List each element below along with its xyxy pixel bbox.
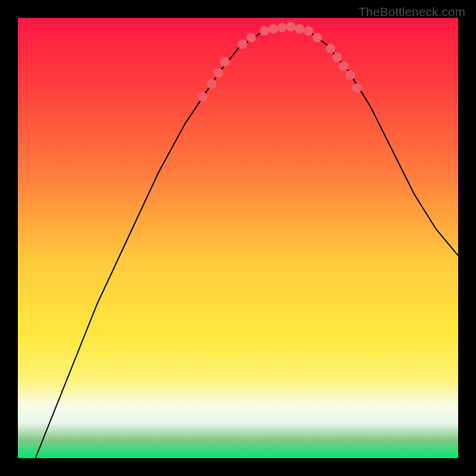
chart-container: TheBottleneck.com xyxy=(0,0,476,476)
highlight-dot xyxy=(346,70,355,80)
highlight-dot xyxy=(207,79,217,89)
chart-svg xyxy=(0,0,476,476)
highlight-dot xyxy=(237,39,247,49)
highlight-dot xyxy=(352,83,362,93)
highlight-dot xyxy=(312,33,322,42)
highlight-dot xyxy=(295,24,305,34)
highlight-dot xyxy=(259,26,269,36)
highlight-dot xyxy=(214,68,223,78)
highlight-dot xyxy=(277,23,287,32)
highlight-dot xyxy=(220,57,230,67)
highlight-dot xyxy=(333,53,342,62)
plot-background xyxy=(18,18,458,458)
highlight-dot xyxy=(339,61,349,71)
highlight-dot xyxy=(268,24,278,34)
highlight-dot xyxy=(198,92,208,102)
highlight-dot xyxy=(286,22,296,32)
highlight-dot xyxy=(325,44,335,54)
watermark-text: TheBottleneck.com xyxy=(358,5,465,19)
highlight-dot xyxy=(303,26,313,36)
highlight-dot xyxy=(246,33,256,42)
